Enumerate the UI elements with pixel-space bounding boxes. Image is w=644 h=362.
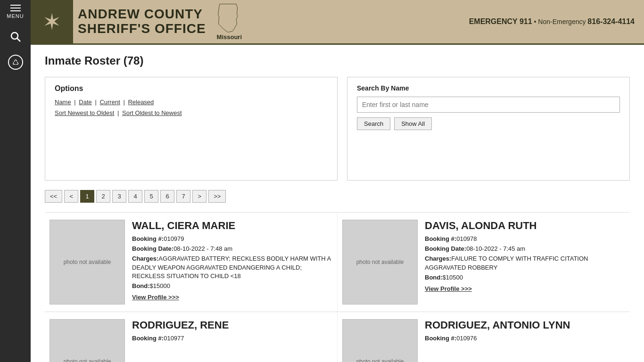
missouri-map-icon <box>215 3 241 33</box>
photo-placeholder-0: photo not available <box>64 259 111 265</box>
svg-line-1 <box>17 39 20 42</box>
nonemergency-label: Non-Emergency <box>538 18 586 25</box>
inmate-card-0: photo not available WALL, CIERA MARIE Bo… <box>45 213 338 312</box>
inmate-name-3: RODRIGUEZ, ANTONIO LYNN <box>425 319 625 331</box>
inmate-grid: photo not available WALL, CIERA MARIE Bo… <box>45 212 630 362</box>
emergency-label: EMERGENCY 911 <box>469 17 532 25</box>
inmate-name-1: DAVIS, ALONDA RUTH <box>425 220 625 232</box>
inmate-info-1: DAVIS, ALONDA RUTH Booking #:010978 Book… <box>425 220 625 304</box>
pagination-first[interactable]: << <box>45 190 62 203</box>
pagination-next[interactable]: > <box>192 190 206 203</box>
photo-placeholder-2: photo not available <box>64 358 111 362</box>
agency-name2: SHERIFF'S OFFICE <box>78 22 206 36</box>
inmate-name-2: RODRIGUEZ, RENE <box>132 319 332 331</box>
page-title: Inmate Roster (78) <box>45 54 630 67</box>
search-box: Search By Name Search Show All <box>347 77 630 181</box>
search-buttons: Search Show All <box>357 117 620 130</box>
view-profile-link-0[interactable]: View Profile >>> <box>132 294 179 301</box>
sidebar: MENU ♺ <box>0 0 31 362</box>
pagination-page-6[interactable]: 6 <box>160 190 174 203</box>
filter-released-link[interactable]: Released <box>128 99 154 106</box>
state-block: Missouri <box>215 3 242 41</box>
photo-placeholder-1: photo not available <box>356 259 404 265</box>
inmate-info-3: RODRIGUEZ, ANTONIO LYNN Booking #:010976 <box>425 319 625 362</box>
view-profile-link-1[interactable]: View Profile >>> <box>425 285 472 292</box>
header-left: ✶ ANDREW COUNTY SHERIFF'S OFFICE Missour… <box>31 0 242 44</box>
separator: • <box>534 18 538 25</box>
search-icon <box>10 31 21 42</box>
inmate-booking-num-3: Booking #:010976 <box>425 334 625 343</box>
badge-star-icon: ✶ <box>42 8 61 35</box>
main-content: Inmate Roster (78) Options Name | Date |… <box>31 45 644 362</box>
options-search-row: Options Name | Date | Current | Released… <box>45 77 630 181</box>
inmate-name-0: WALL, CIERA MARIE <box>132 220 332 232</box>
pagination-page-1[interactable]: 1 <box>80 190 94 203</box>
badge-container: ✶ <box>31 0 73 44</box>
options-filter-links: Name | Date | Current | Released <box>55 99 328 106</box>
inmate-booking-date-0: Booking Date:08-10-2022 - 7:48 am <box>132 245 332 253</box>
menu-button[interactable]: MENU <box>0 0 31 24</box>
inmate-card-3: photo not available RODRIGUEZ, ANTONIO L… <box>338 312 630 362</box>
pagination-page-7[interactable]: 7 <box>176 190 190 203</box>
header: ✶ ANDREW COUNTY SHERIFF'S OFFICE Missour… <box>31 0 644 45</box>
pagination-last[interactable]: >> <box>208 190 226 203</box>
inmate-bond-1: Bond:$10500 <box>425 273 625 282</box>
inmate-info-2: RODRIGUEZ, RENE Booking #:010977 <box>132 319 332 362</box>
inmate-charges-0: Charges:AGGRAVATED BATTERY; RECKLESS BOD… <box>132 255 332 280</box>
inmate-info-0: WALL, CIERA MARIE Booking #:010979 Booki… <box>132 220 332 304</box>
photo-placeholder-3: photo not available <box>356 358 404 362</box>
sort-oldest-link[interactable]: Sort Oldest to Newest <box>122 109 182 116</box>
inmate-photo-1: photo not available <box>342 220 418 304</box>
inmate-photo-0: photo not available <box>50 220 125 304</box>
pagination: << < 1 2 3 4 5 6 7 > >> <box>45 190 630 203</box>
inmate-booking-num-1: Booking #:010978 <box>425 235 625 243</box>
hamburger-icon <box>10 5 21 11</box>
state-label: Missouri <box>217 33 242 41</box>
inmate-photo-3: photo not available <box>342 319 418 362</box>
pagination-page-2[interactable]: 2 <box>96 190 110 203</box>
options-sort-links: Sort Newest to Oldest | Sort Oldest to N… <box>55 109 328 116</box>
options-box: Options Name | Date | Current | Released… <box>45 77 338 181</box>
pagination-page-4[interactable]: 4 <box>128 190 142 203</box>
agency-name: ANDREW COUNTY <box>78 7 206 22</box>
filter-current-link[interactable]: Current <box>99 99 120 106</box>
search-button-submit[interactable]: Search <box>357 117 390 130</box>
search-by-name-title: Search By Name <box>357 84 620 92</box>
inmate-row-1: photo not available WALL, CIERA MARIE Bo… <box>45 212 630 312</box>
inmate-card-2: photo not available RODRIGUEZ, RENE Book… <box>45 312 338 362</box>
search-input[interactable] <box>357 97 620 113</box>
pagination-prev[interactable]: < <box>64 190 78 203</box>
sort-newest-link[interactable]: Sort Newest to Oldest <box>55 109 114 116</box>
inmate-row-2: photo not available RODRIGUEZ, RENE Book… <box>45 312 630 362</box>
accessibility-button[interactable]: ♺ <box>0 50 31 74</box>
inmate-booking-date-1: Booking Date:08-10-2022 - 7:45 am <box>425 245 625 253</box>
pagination-page-5[interactable]: 5 <box>144 190 158 203</box>
menu-label: MENU <box>7 13 24 19</box>
accessibility-icon: ♺ <box>8 55 23 70</box>
inmate-bond-0: Bond:$15000 <box>132 282 332 290</box>
inmate-booking-num-2: Booking #:010977 <box>132 334 332 343</box>
options-title: Options <box>55 84 328 93</box>
pagination-page-3[interactable]: 3 <box>112 190 126 203</box>
inmate-charges-1: Charges:FAILURE TO COMPLY WITH TRAFFIC C… <box>425 255 625 272</box>
header-title-block: ANDREW COUNTY SHERIFF'S OFFICE <box>78 7 206 36</box>
inmate-photo-2: photo not available <box>50 319 125 362</box>
svg-point-0 <box>11 33 18 39</box>
inmate-card-1: photo not available DAVIS, ALONDA RUTH B… <box>338 213 630 312</box>
nonemergency-number: 816-324-4114 <box>587 17 635 25</box>
filter-date-link[interactable]: Date <box>79 99 91 106</box>
inmate-booking-num-0: Booking #:010979 <box>132 235 332 243</box>
header-right: EMERGENCY 911 • Non-Emergency 816-324-41… <box>469 17 635 26</box>
search-button[interactable] <box>0 24 31 50</box>
show-all-button[interactable]: Show All <box>394 117 432 130</box>
filter-name-link[interactable]: Name <box>55 99 71 106</box>
